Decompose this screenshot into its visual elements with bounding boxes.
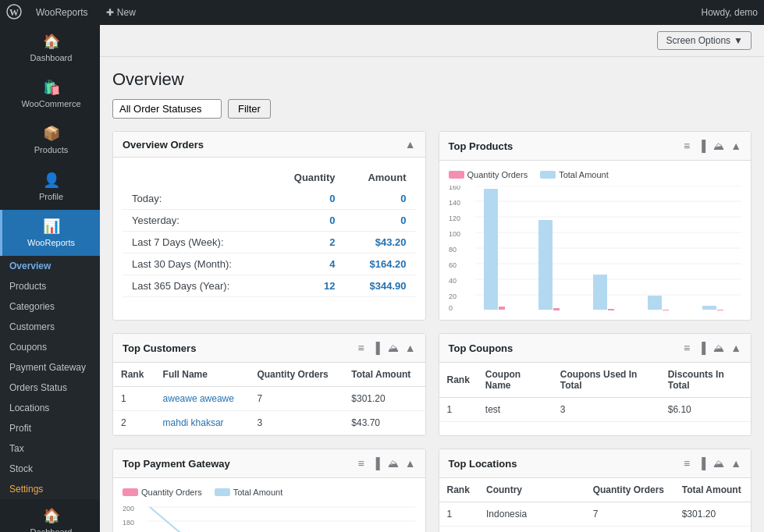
customer-link[interactable]: aweawe aweawe [163,393,234,404]
order-status-filter[interactable]: All Order Statuses [112,99,222,119]
table-row: 1 aweawe aweawe 7 $301.20 [113,387,425,411]
payment-legend-amount: Total Amount [215,488,283,497]
payment-table-icon[interactable]: ≡ [357,456,366,471]
payment-legend-quantity-label: Quantity Orders [141,488,202,497]
svg-rect-23 [593,275,607,310]
table-view-icon[interactable]: ≡ [682,138,691,154]
col-rank: Rank [439,478,479,502]
svg-rect-20 [499,307,505,310]
page-title: Overview [112,69,752,90]
submenu-customers[interactable]: Customers [0,317,100,337]
new-button[interactable]: ✚ New [101,7,140,18]
submenu-settings[interactable]: Settings [0,479,100,499]
sidebar-label-dashboard2: Dashboard [30,527,73,532]
payment-legend-amount-label: Total Amount [233,488,283,497]
svg-text:180: 180 [123,519,134,527]
svg-text:W: W [9,7,19,18]
col-qty-orders: Quantity Orders [249,363,343,387]
customers-table: Rank Full Name Quantity Orders Total Amo… [113,363,425,435]
coupons-table: Rank Coupon Name Coupons Used In Total D… [439,363,752,422]
sidebar-item-products-top[interactable]: 📦 Products [0,117,100,163]
submenu-coupons[interactable]: Coupons [0,337,100,357]
top-coupons-body: Rank Coupon Name Coupons Used In Total D… [439,363,752,422]
submenu-locations[interactable]: Locations [0,398,100,418]
screen-options-button[interactable]: Screen Options ▼ [657,31,752,50]
wooreports-icon: 📊 [43,218,60,235]
svg-rect-22 [553,308,560,310]
table-row: 1 test 3 $6.10 [439,398,752,422]
sidebar-item-wooreports[interactable]: 📊 WooReports [0,210,100,256]
top-bar: W WooReports ✚ New Howdy, demo [0,0,764,25]
submenu-stock[interactable]: Stock [0,459,100,479]
svg-rect-28 [717,310,723,310]
bar-chart-icon[interactable]: ▐ [696,138,707,154]
svg-rect-26 [663,310,669,310]
top-coupons-header: Top Coupons ≡ ▐ ⛰ ▲ [439,334,752,363]
collapse-top-coupons-button[interactable]: ▲ [730,342,741,354]
collapse-overview-button[interactable]: ▲ [405,138,416,151]
legend-amount: Total Amount [540,170,609,179]
top-products-title: Top Products [449,140,513,152]
top-products-card: Top Products ≡ ▐ ⛰ ▲ Q [439,131,752,321]
sidebar-item-profile-top[interactable]: 👤 Profile [0,164,100,210]
coupons-area-icon[interactable]: ⛰ [712,340,726,356]
collapse-top-products-button[interactable]: ▲ [730,140,741,152]
payment-bar-icon[interactable]: ▐ [371,456,382,471]
filter-button[interactable]: Filter [228,99,271,119]
payment-area-icon[interactable]: ⛰ [386,456,400,471]
col-qty-orders: Quantity Orders [585,478,674,502]
table-row: Yesterday: 0 0 [123,210,416,232]
collapse-top-payment-button[interactable]: ▲ [405,457,416,470]
top-locations-title: Top Locations [449,458,517,470]
submenu-payment-gateway[interactable]: Payment Gateway [0,357,100,378]
submenu-profit[interactable]: Profit [0,418,100,438]
sidebar-label-products-top: Products [34,145,68,155]
locations-area-icon[interactable]: ⛰ [712,456,726,471]
sidebar-item-woocommerce[interactable]: 🛍️ WooCommerce [0,71,100,117]
area-chart-icon[interactable]: ⛰ [712,138,726,154]
collapse-top-customers-button[interactable]: ▲ [405,342,416,354]
col-rank: Rank [439,363,478,398]
customer-link[interactable]: mahdi khaksar [163,417,224,428]
sidebar-item-dashboard2[interactable]: 🏠 Dashboard [0,499,100,532]
submenu-products[interactable]: Products [0,276,100,296]
chevron-down-icon: ▼ [734,35,743,46]
submenu-categories[interactable]: Categories [0,296,100,317]
legend-amount-label: Total Amount [559,170,609,179]
payment-line-chart: 200 180 160 140 120 100 80 60 40 [123,503,416,532]
svg-text:160: 160 [449,186,460,191]
overview-table: Quantity Amount Today: 0 0 [123,167,416,297]
legend-amount-color [540,171,556,179]
site-name[interactable]: WooReports [31,7,92,18]
submenu-tax[interactable]: Tax [0,438,100,459]
col-discounts: Discounts In Total [660,363,751,398]
sidebar-item-dashboard[interactable]: 🏠 Dashboard [0,25,100,71]
legend-quantity-label: Quantity Orders [467,170,528,179]
collapse-top-locations-button[interactable]: ▲ [730,457,741,470]
customers-area-icon[interactable]: ⛰ [386,340,400,356]
table-row: Today: 0 0 [123,188,416,210]
locations-bar-icon[interactable]: ▐ [696,456,707,471]
wooreports-submenu: Overview Products Categories Customers C… [0,256,100,499]
submenu-orders-status[interactable]: Orders Status [0,378,100,398]
top-payment-gateway-card: Top Payment Gateway ≡ ▐ ⛰ ▲ Quantit [112,449,426,532]
customers-bar-icon[interactable]: ▐ [371,340,382,356]
svg-text:40: 40 [449,277,457,285]
coupons-table-icon[interactable]: ≡ [682,340,691,356]
bar-chart-container: 160 140 120 100 80 60 40 20 0 [449,186,742,310]
payment-chart-legend: Quantity Orders Total Amount [123,488,416,497]
svg-rect-19 [484,189,498,310]
overview-orders-body: Quantity Amount Today: 0 0 [113,158,425,307]
filter-bar: All Order Statuses Filter [112,99,752,119]
svg-text:80: 80 [449,246,457,254]
top-customers-title: Top Customers [123,342,196,354]
locations-table-icon[interactable]: ≡ [682,456,691,471]
customers-table-icon[interactable]: ≡ [357,340,366,356]
plus-icon: ✚ [106,7,114,18]
coupons-bar-icon[interactable]: ▐ [696,340,707,356]
svg-rect-27 [702,306,716,310]
submenu-overview[interactable]: Overview [0,256,100,276]
top-coupons-card: Top Coupons ≡ ▐ ⛰ ▲ Rank [439,333,752,436]
table-row: Last 30 Days (Month): 4 $164.20 [123,254,416,275]
payment-legend-quantity: Quantity Orders [123,488,202,497]
